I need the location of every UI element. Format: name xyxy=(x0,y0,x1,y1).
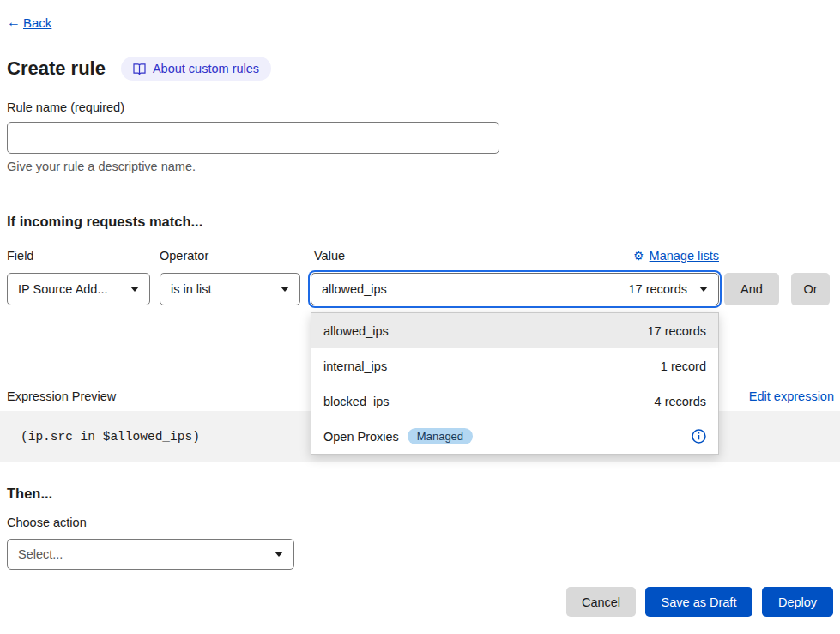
expression-preview-label: Expression Preview xyxy=(7,389,116,403)
cancel-button[interactable]: Cancel xyxy=(566,587,636,617)
edit-expression-link[interactable]: Edit expression xyxy=(749,389,834,403)
managed-badge: Managed xyxy=(408,428,473,444)
action-select[interactable]: Select... xyxy=(7,539,294,570)
or-button[interactable]: Or xyxy=(791,273,830,305)
value-dropdown-menu: allowed_ips 17 records internal_ips 1 re… xyxy=(311,312,719,455)
create-rule-page: ← Back Create rule About custom rules Ru… xyxy=(0,0,840,634)
deploy-button[interactable]: Deploy xyxy=(762,587,833,617)
gear-icon: ⚙ xyxy=(633,249,644,263)
option-detail: 1 record xyxy=(661,359,706,373)
info-icon[interactable] xyxy=(692,429,706,444)
dropdown-option-open-proxies[interactable]: Open Proxies Managed xyxy=(311,419,718,454)
option-name: blocked_ips xyxy=(323,395,390,408)
match-section-heading: If incoming requests match... xyxy=(7,214,202,230)
back-link[interactable]: ← Back xyxy=(7,15,51,30)
chevron-down-icon xyxy=(699,287,708,292)
about-badge-label: About custom rules xyxy=(153,62,259,75)
field-select[interactable]: IP Source Add... xyxy=(7,273,150,305)
back-arrow-icon: ← xyxy=(7,15,21,30)
option-detail: 17 records xyxy=(647,324,706,338)
option-name: Open Proxies xyxy=(323,430,399,444)
then-section-heading: Then... xyxy=(7,486,52,502)
value-select-value: allowed_ips xyxy=(322,282,387,296)
operator-label: Operator xyxy=(160,249,208,263)
back-label: Back xyxy=(23,15,51,30)
chevron-down-icon xyxy=(281,287,289,292)
value-label: Value xyxy=(314,249,345,263)
option-name: internal_ips xyxy=(323,359,387,373)
rule-name-helper: Give your rule a descriptive name. xyxy=(7,160,196,173)
book-icon xyxy=(133,63,146,75)
manage-lists-label: Manage lists xyxy=(650,249,719,263)
value-select[interactable]: allowed_ips 17 records xyxy=(311,273,719,305)
option-name: allowed_ips xyxy=(323,324,389,338)
expression-code: (ip.src in $allowed_ips) xyxy=(21,430,200,444)
field-label: Field xyxy=(7,249,33,263)
and-button[interactable]: And xyxy=(724,273,779,305)
section-divider xyxy=(0,196,840,196)
title-row: Create rule About custom rules xyxy=(7,57,271,81)
option-detail: 4 records xyxy=(655,395,706,408)
value-select-records: 17 records xyxy=(628,282,687,296)
action-select-placeholder: Select... xyxy=(18,547,63,561)
dropdown-option-blocked-ips[interactable]: blocked_ips 4 records xyxy=(311,383,718,419)
manage-lists-link[interactable]: ⚙ Manage lists xyxy=(633,249,719,263)
chevron-down-icon xyxy=(275,552,283,557)
page-title: Create rule xyxy=(7,57,106,80)
rule-name-label: Rule name (required) xyxy=(7,100,124,114)
choose-action-label: Choose action xyxy=(7,516,87,529)
dropdown-option-allowed-ips[interactable]: allowed_ips 17 records xyxy=(311,313,718,348)
operator-select-value: is in list xyxy=(171,282,212,296)
field-select-value: IP Source Add... xyxy=(18,282,108,296)
rule-name-input[interactable] xyxy=(7,122,499,154)
chevron-down-icon xyxy=(130,287,139,292)
dropdown-option-internal-ips[interactable]: internal_ips 1 record xyxy=(311,348,718,383)
operator-select[interactable]: is in list xyxy=(160,273,300,305)
save-as-draft-button[interactable]: Save as Draft xyxy=(645,587,752,617)
about-custom-rules-link[interactable]: About custom rules xyxy=(121,57,271,81)
